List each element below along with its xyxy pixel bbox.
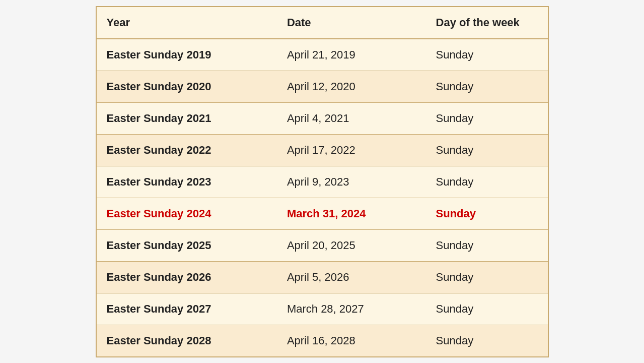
cell-day: Sunday: [426, 229, 548, 261]
cell-date: March 31, 2024: [277, 198, 426, 229]
cell-day: Sunday: [426, 102, 548, 134]
cell-year: Easter Sunday 2023: [97, 166, 277, 198]
table-row: Easter Sunday 2019April 21, 2019Sunday: [97, 39, 548, 71]
table-row: Easter Sunday 2022April 17, 2022Sunday: [97, 134, 548, 166]
easter-table: Year Date Day of the week Easter Sunday …: [97, 7, 548, 356]
cell-year: Easter Sunday 2025: [97, 229, 277, 261]
cell-year: Easter Sunday 2027: [97, 293, 277, 325]
cell-year: Easter Sunday 2021: [97, 102, 277, 134]
cell-year: Easter Sunday 2022: [97, 134, 277, 166]
cell-day: Sunday: [426, 39, 548, 71]
cell-day: Sunday: [426, 325, 548, 356]
header-date: Date: [277, 7, 426, 39]
cell-date: April 21, 2019: [277, 39, 426, 71]
cell-date: April 12, 2020: [277, 71, 426, 102]
table-row: Easter Sunday 2026April 5, 2026Sunday: [97, 261, 548, 293]
cell-day: Sunday: [426, 198, 548, 229]
cell-day: Sunday: [426, 134, 548, 166]
table-header-row: Year Date Day of the week: [97, 7, 548, 39]
cell-date: April 17, 2022: [277, 134, 426, 166]
table-row: Easter Sunday 2021April 4, 2021Sunday: [97, 102, 548, 134]
table-row: Easter Sunday 2023April 9, 2023Sunday: [97, 166, 548, 198]
cell-day: Sunday: [426, 166, 548, 198]
cell-day: Sunday: [426, 261, 548, 293]
cell-year: Easter Sunday 2019: [97, 39, 277, 71]
cell-date: April 9, 2023: [277, 166, 426, 198]
table-row: Easter Sunday 2028April 16, 2028Sunday: [97, 325, 548, 356]
cell-day: Sunday: [426, 71, 548, 102]
table-row: Easter Sunday 2020April 12, 2020Sunday: [97, 71, 548, 102]
table-row: Easter Sunday 2025April 20, 2025Sunday: [97, 229, 548, 261]
table-row: Easter Sunday 2024March 31, 2024Sunday: [97, 198, 548, 229]
cell-date: April 5, 2026: [277, 261, 426, 293]
table-row: Easter Sunday 2027March 28, 2027Sunday: [97, 293, 548, 325]
cell-year: Easter Sunday 2028: [97, 325, 277, 356]
cell-date: April 16, 2028: [277, 325, 426, 356]
header-day: Day of the week: [426, 7, 548, 39]
cell-day: Sunday: [426, 293, 548, 325]
easter-table-container: Year Date Day of the week Easter Sunday …: [96, 6, 549, 357]
cell-year: Easter Sunday 2024: [97, 198, 277, 229]
cell-date: April 4, 2021: [277, 102, 426, 134]
cell-year: Easter Sunday 2020: [97, 71, 277, 102]
header-year: Year: [97, 7, 277, 39]
cell-year: Easter Sunday 2026: [97, 261, 277, 293]
cell-date: April 20, 2025: [277, 229, 426, 261]
cell-date: March 28, 2027: [277, 293, 426, 325]
